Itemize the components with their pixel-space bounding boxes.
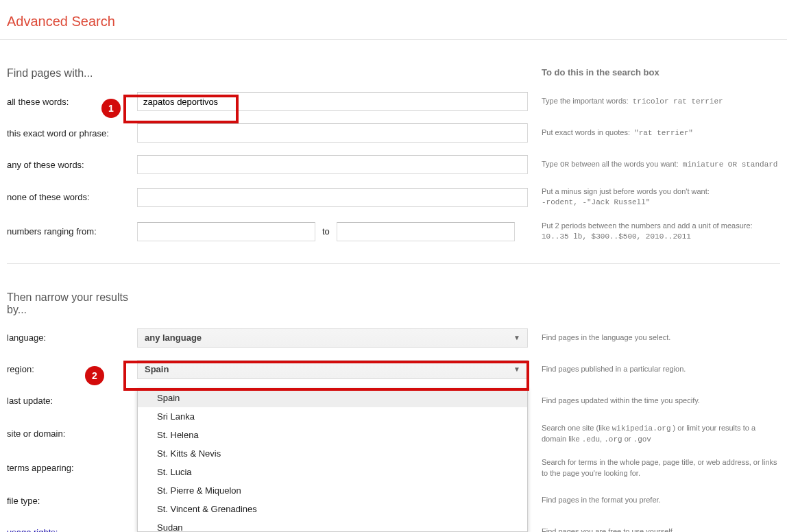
chevron-down-icon: ▼ [513,365,520,373]
region-dropdown: Spain Sri Lanka St. Helena St. Kitts & N… [137,388,528,532]
label-file-type: file type: [7,496,137,506]
label-region: region: [7,364,137,374]
region-option[interactable]: Spain [138,389,527,407]
region-option[interactable]: St. Pierre & Miquelon [138,481,527,500]
region-option[interactable]: St. Vincent & Grenadines [138,500,527,518]
help-exact-phrase: Put exact words in quotes: "rat terrier" [528,128,780,138]
help-language: Find pages in the language you select. [528,332,780,343]
help-header: To do this in the search box [542,67,780,77]
label-number-range: numbers ranging from: [7,226,137,237]
row-any-words: any of these words: Type OR between all … [7,155,780,174]
select-region[interactable]: Spain ▼ [137,360,528,379]
row-all-words: all these words: Type the important word… [7,92,780,111]
label-site-domain: site or domain: [7,428,137,439]
select-language[interactable]: any language ▼ [137,328,528,348]
section-find-pages-title: Find pages with... [7,67,151,80]
row-exact-phrase: this exact word or phrase: Put exact wor… [7,123,780,143]
row-region: region: Spain ▼ Find pages published in … [7,360,780,379]
help-site-domain: Search one site (like wikipedia.org ) or… [528,423,780,446]
region-option[interactable]: Sri Lanka [138,407,527,426]
row-number-range: numbers ranging from: to Put 2 periods b… [7,221,780,243]
section-narrow-title: Then narrow your results by... [7,291,151,316]
chevron-down-icon: ▼ [513,334,520,341]
region-option[interactable]: St. Lucia [138,463,527,481]
content: Find pages with... To do this in the sea… [0,40,787,532]
help-usage-rights: Find pages you are free to use yourself. [528,527,780,532]
label-terms-appearing: terms appearing: [7,463,137,473]
label-last-update: last update: [7,396,137,406]
row-language: language: any language ▼ Find pages in t… [7,328,780,348]
page-title: Advanced Search [7,14,780,29]
select-region-value: Spain [145,364,169,374]
help-file-type: Find pages in the format you prefer. [528,495,780,505]
help-any-words: Type OR between all the words you want: … [528,159,780,170]
label-exact-phrase: this exact word or phrase: [7,128,137,138]
select-language-value: any language [145,332,202,343]
label-any-words: any of these words: [7,160,137,170]
label-to: to [322,226,330,237]
input-exact-phrase[interactable] [137,123,528,143]
label-all-words: all these words: [7,97,137,107]
label-none-words: none of these words: [7,192,137,202]
input-any-words[interactable] [137,155,528,174]
input-range-from[interactable] [137,222,315,241]
region-option[interactable]: St. Kitts & Nevis [138,444,527,463]
region-dropdown-list[interactable]: Spain Sri Lanka St. Helena St. Kitts & N… [138,389,527,531]
help-region: Find pages published in a particular reg… [528,364,780,374]
page-header: Advanced Search [0,0,787,40]
input-none-words[interactable] [137,188,528,207]
divider [7,263,780,264]
help-all-words: Type the important words: tricolor rat t… [528,96,780,107]
label-language: language: [7,332,137,343]
region-option[interactable]: St. Helena [138,426,527,444]
input-all-words[interactable] [137,92,528,111]
region-option[interactable]: Sudan [138,518,527,531]
help-number-range: Put 2 periods between the numbers and ad… [528,221,780,243]
input-range-to[interactable] [337,222,515,241]
help-terms-appearing: Search for terms in the whole page, page… [528,457,780,479]
help-none-words: Put a minus sign just before words you d… [528,186,780,208]
row-none-words: none of these words: Put a minus sign ju… [7,186,780,208]
label-usage-rights[interactable]: usage rights: [7,527,137,532]
help-last-update: Find pages updated within the time you s… [528,396,780,406]
